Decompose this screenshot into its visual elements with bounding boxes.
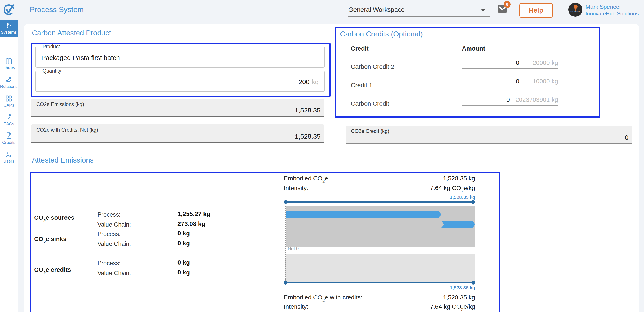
co2e-emissions-value: 1,528.35	[295, 107, 320, 114]
co2e-emissions-field: CO2e Emissions (kg) 1,528.35	[31, 99, 324, 117]
quantity-unit: kg	[312, 78, 319, 86]
credits-col-amount: Amount	[462, 45, 485, 52]
relations-share-icon	[5, 76, 12, 83]
help-button[interactable]: Help	[519, 3, 553, 18]
section-heading-carbon-credits: Carbon Credits (Optional)	[340, 30, 423, 38]
credits-chart-area	[286, 254, 475, 282]
embodied-co2e-value: 1,528.35 kg	[443, 175, 475, 182]
group-co2e-credits: CO2e credits	[34, 266, 71, 273]
chart-zero-dashed-line	[285, 206, 286, 283]
systems-icon	[5, 22, 12, 29]
sidebar-item-credits[interactable]: Credits	[0, 132, 18, 145]
credit-amount-input[interactable]: 0 2023703901 kg	[462, 96, 558, 106]
intensity-row: Intensity: 7.64 kg CO2e/kg	[284, 185, 475, 192]
chart-bar-process-sources	[286, 211, 441, 218]
intensity-with-credits-row: Intensity: 7.64 kg CO2e/kg	[284, 303, 475, 310]
credit-row-name: Carbon Credit 2	[351, 63, 394, 70]
credits-process-value: 0 kg	[178, 259, 190, 266]
carbon-credits-box: Carbon Credits (Optional) Credit Amount …	[335, 27, 600, 118]
sidebar-item-systems[interactable]: Systems	[0, 20, 18, 37]
sources-valuechain-value: 273.08 kg	[178, 220, 205, 227]
quantity-field-value[interactable]: 200	[298, 78, 310, 86]
sidebar: Systems Library Relations CAPs	[0, 20, 18, 312]
credit-row-name: Carbon Credit	[351, 100, 389, 107]
attested-emissions-box: CO2e sources Process: 1,255.27 kg Value …	[30, 172, 500, 312]
group-co2e-sources: CO2e sources	[34, 214, 74, 221]
credit-amount-input[interactable]: 0 10000 kg	[462, 78, 558, 87]
credits-certificate-icon	[5, 132, 12, 139]
chart-total-bottom-label: 1,528.35 kg	[284, 285, 475, 291]
avatar[interactable]: SOLUTIONS	[568, 3, 582, 17]
quantity-field-label: Quantity	[40, 68, 63, 74]
co2e-net-value: 1,528.35	[295, 133, 320, 140]
embodied-with-credits-value: 1,528.35 kg	[443, 294, 475, 301]
emissions-chart-area	[286, 206, 475, 247]
credit-amount-hint: 10000 kg	[525, 78, 558, 85]
product-field-label: Product	[40, 44, 62, 50]
sidebar-item-caps[interactable]: CAPs	[0, 95, 18, 108]
co2e-net-field: CO2e with Credits, Net (kg) 1,528.35	[31, 124, 324, 143]
section-heading-attested-emissions: Attested Emissions	[32, 156, 94, 164]
carbon-attested-product-box: Product Packaged Pasta first batch Quant…	[30, 43, 330, 97]
credits-col-credit: Credit	[351, 45, 369, 52]
chart-bottom-extent-line	[284, 282, 474, 284]
credit-amount-input[interactable]: 0 20000 kg	[462, 59, 558, 69]
sidebar-item-eacs[interactable]: EACs	[0, 114, 18, 126]
sources-process-value: 1,255.27 kg	[178, 211, 210, 218]
chevron-down-icon	[481, 9, 485, 12]
credit-amount-hint: 2023703901 kg	[516, 96, 558, 103]
app-logo-check-icon	[3, 2, 16, 16]
chart-net-zero-label: Net 0	[288, 246, 299, 251]
product-field-value[interactable]: Packaged Pasta first batch	[41, 54, 120, 61]
section-heading-carbon-attested-product: Carbon Attested Product	[32, 29, 111, 37]
credit-row-name: Credit 1	[351, 82, 372, 89]
credits-valuechain-value: 0 kg	[178, 269, 190, 276]
quantity-field[interactable]: Quantity 200 kg	[35, 71, 325, 92]
sidebar-item-users[interactable]: Users	[0, 151, 18, 164]
embodied-with-credits-row: Embodied CO2e with credits: 1,528.35 kg	[284, 294, 475, 301]
sidebar-item-library[interactable]: Library	[0, 57, 18, 70]
notification-badge: 6	[504, 1, 511, 8]
user-organization: InnovateHub Solutions	[586, 10, 639, 17]
credit-amount-hint: 20000 kg	[525, 59, 558, 66]
chart-top-extent-line	[284, 202, 474, 203]
user-name[interactable]: Mark Spencer	[586, 3, 621, 10]
intensity-with-credits-value: 7.64 kg CO2e/kg	[430, 303, 475, 310]
workspace-select[interactable]: General Workspace	[348, 3, 490, 17]
chart-total-top-label: 1,528.35 kg	[284, 194, 475, 200]
co2e-credit-field: CO2e Credit (kg) 0	[346, 126, 632, 144]
chart-bar-valuechain-sources	[441, 221, 475, 228]
eacs-certificate-icon	[5, 114, 12, 121]
intensity-value: 7.64 kg CO2e/kg	[430, 185, 475, 192]
library-book-icon	[5, 57, 12, 65]
product-field[interactable]: Product Packaged Pasta first batch	[35, 46, 325, 68]
users-gear-icon	[5, 151, 12, 158]
page-title: Process System	[30, 5, 84, 14]
embodied-co2e-row: Embodied CO2e: 1,528.35 kg	[284, 175, 475, 182]
process-system-page: Process System General Workspace 6 Help …	[0, 0, 644, 312]
sinks-process-value: 0 kg	[178, 230, 190, 237]
group-co2e-sinks: CO2e sinks	[34, 236, 67, 243]
workspace-select-value: General Workspace	[348, 6, 405, 13]
caps-grid-icon	[5, 95, 12, 102]
sidebar-item-relations[interactable]: Relations	[0, 76, 18, 89]
sinks-valuechain-value: 0 kg	[178, 240, 190, 247]
co2e-credit-value: 0	[625, 134, 628, 141]
